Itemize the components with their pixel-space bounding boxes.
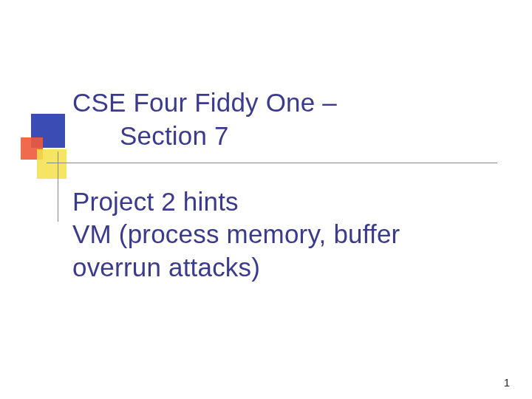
yellow-square-icon <box>37 149 66 179</box>
title-gap <box>72 153 494 185</box>
title-line-2: Section 7 <box>72 120 494 153</box>
subtitle-line-3: overrun attacks) <box>72 251 494 284</box>
slide-title-block: CSE Four Fiddy One – Section 7 Project 2… <box>72 86 494 284</box>
vertical-divider <box>58 151 58 222</box>
title-line-1: CSE Four Fiddy One – <box>72 86 494 120</box>
page-number: 1 <box>504 376 510 389</box>
subtitle-line-2: VM (process memory, buffer <box>72 218 494 251</box>
subtitle-line-1: Project 2 hints <box>72 185 494 219</box>
